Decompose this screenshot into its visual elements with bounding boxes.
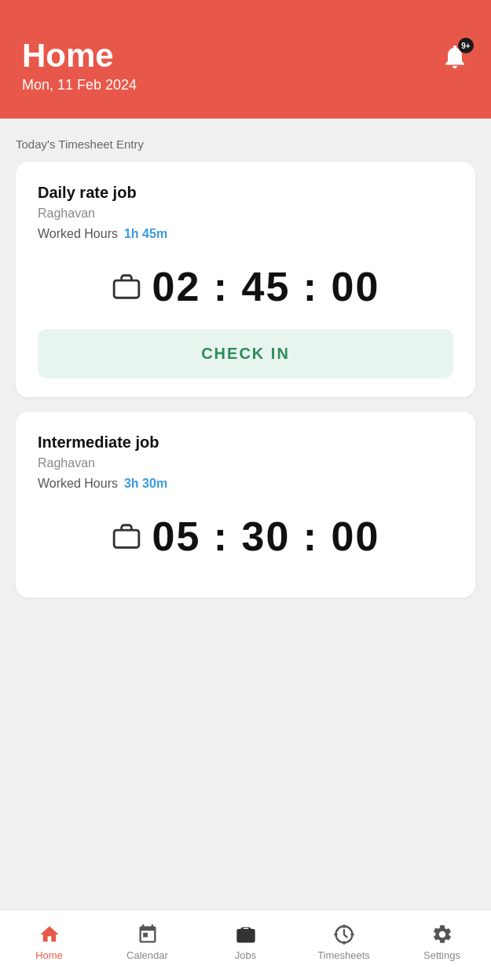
nav-item-settings[interactable]: Settings xyxy=(393,923,491,961)
worked-hours-label-1: Worked Hours xyxy=(38,227,118,241)
worked-hours-value-1: 1h 45m xyxy=(124,227,167,241)
worked-hours-value-2: 3h 30m xyxy=(124,477,167,491)
settings-icon xyxy=(431,923,453,945)
nav-item-jobs[interactable]: Jobs xyxy=(196,923,295,961)
header-date: Mon, 11 Feb 2024 xyxy=(22,77,137,93)
section-label: Today's Timesheet Entry xyxy=(16,137,475,151)
timesheets-icon xyxy=(333,923,355,945)
nav-label-calendar: Calendar xyxy=(126,949,168,961)
header-text: Home Mon, 11 Feb 2024 xyxy=(22,38,137,93)
timer-display-1: 02 : 45 : 00 xyxy=(152,263,380,310)
svg-rect-0 xyxy=(114,280,139,298)
timer-row-1: 02 : 45 : 00 xyxy=(38,263,453,310)
nav-label-timesheets: Timesheets xyxy=(317,949,370,961)
worked-hours-label-2: Worked Hours xyxy=(38,477,118,491)
timer-row-2: 05 : 30 : 00 xyxy=(38,513,453,560)
job-person-2: Raghavan xyxy=(38,456,453,470)
briefcase-icon-2 xyxy=(112,521,141,551)
timesheet-card-2: Intermediate job Raghavan Worked Hours 3… xyxy=(16,411,475,598)
job-title-2: Intermediate job xyxy=(38,433,453,452)
worked-hours-row-1: Worked Hours 1h 45m xyxy=(38,227,453,241)
page-title: Home xyxy=(22,38,137,74)
nav-item-home[interactable]: Home xyxy=(0,923,98,961)
nav-label-settings: Settings xyxy=(423,949,460,961)
check-in-button-1[interactable]: CHECK IN xyxy=(38,329,453,378)
nav-label-jobs: Jobs xyxy=(235,949,256,961)
briefcase-icon-1 xyxy=(112,272,141,302)
nav-label-home: Home xyxy=(35,949,63,961)
job-title-1: Daily rate job xyxy=(38,184,453,202)
notification-bell[interactable]: 9+ xyxy=(441,42,469,74)
timer-display-2: 05 : 30 : 00 xyxy=(152,513,380,560)
job-person-1: Raghavan xyxy=(38,207,453,221)
notification-badge: 9+ xyxy=(458,38,474,53)
header: Home Mon, 11 Feb 2024 9+ xyxy=(0,0,491,119)
timesheet-card-1: Daily rate job Raghavan Worked Hours 1h … xyxy=(16,162,475,397)
home-icon xyxy=(38,923,60,945)
worked-hours-row-2: Worked Hours 3h 30m xyxy=(38,477,453,491)
bottom-nav: Home Calendar Jobs Timesheets Settings xyxy=(0,909,491,980)
nav-item-timesheets[interactable]: Timesheets xyxy=(295,923,393,961)
calendar-icon xyxy=(137,923,159,945)
nav-item-calendar[interactable]: Calendar xyxy=(98,923,196,961)
jobs-icon xyxy=(235,923,257,945)
svg-rect-2 xyxy=(114,530,139,547)
main-content: Today's Timesheet Entry Daily rate job R… xyxy=(0,119,491,909)
